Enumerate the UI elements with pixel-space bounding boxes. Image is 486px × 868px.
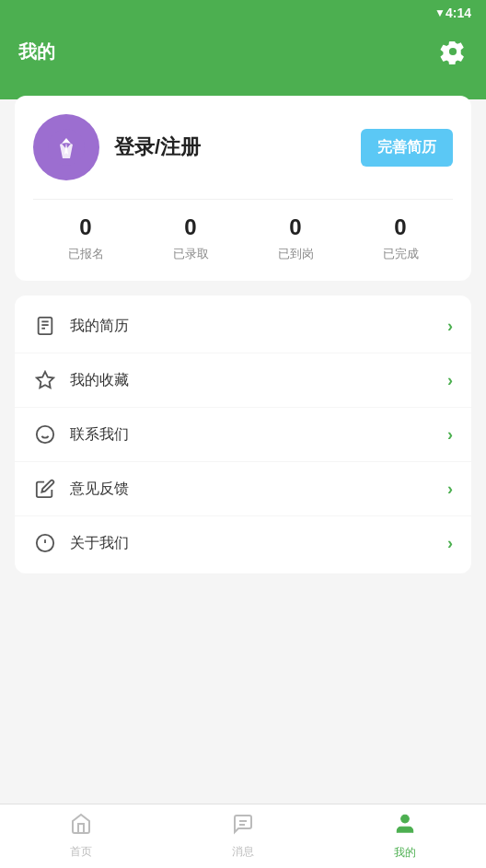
chevron-right-icon: ›	[447, 480, 453, 499]
stat-item: 0 已到岗	[278, 214, 314, 262]
nav-icon	[70, 813, 92, 840]
menu-item[interactable]: 我的收藏 ›	[15, 353, 471, 408]
avatar[interactable]	[33, 114, 99, 180]
avatar-icon	[48, 129, 85, 166]
stat-item: 0 已报名	[68, 214, 104, 262]
stat-item: 0 已完成	[383, 214, 419, 262]
stat-item: 0 已录取	[173, 214, 209, 262]
nav-item-我的[interactable]: 我的	[324, 804, 486, 868]
menu-item-label: 关于我们	[70, 534, 434, 553]
gear-icon	[440, 39, 466, 64]
menu-item-icon	[33, 314, 57, 338]
wifi-icon: ▼	[434, 6, 446, 19]
stat-label: 已完成	[383, 246, 419, 262]
menu-item-label: 我的收藏	[70, 371, 434, 390]
menu-item-icon	[33, 531, 57, 555]
stats-row: 0 已报名 0 已录取 0 已到岗 0 已完成	[33, 199, 453, 262]
status-bar: ▼ 4:14	[0, 0, 486, 26]
nav-icon	[232, 813, 254, 840]
nav-item-首页[interactable]: 首页	[0, 805, 162, 867]
stat-label: 已到岗	[278, 246, 314, 262]
chevron-right-icon: ›	[447, 371, 453, 390]
chevron-right-icon: ›	[447, 534, 453, 553]
page-title: 我的	[18, 40, 55, 64]
nav-icon	[393, 812, 417, 841]
profile-card: 登录/注册 完善简历 0 已报名 0 已录取 0 已到岗 0 已完成	[15, 96, 471, 281]
settings-button[interactable]	[438, 37, 468, 66]
menu-item-icon	[33, 477, 57, 501]
nav-label: 首页	[70, 844, 92, 860]
stat-label: 已报名	[68, 246, 104, 262]
chevron-right-icon: ›	[447, 317, 453, 336]
menu-item-label: 意见反馈	[70, 480, 434, 499]
svg-point-6	[37, 426, 53, 443]
svg-marker-5	[37, 372, 53, 388]
stat-number: 0	[184, 214, 196, 240]
stat-number: 0	[394, 214, 406, 240]
nav-item-消息[interactable]: 消息	[162, 805, 324, 867]
menu-item-label: 联系我们	[70, 425, 434, 445]
status-time: 4:14	[446, 6, 471, 20]
menu-item[interactable]: 我的简历 ›	[15, 299, 471, 353]
menu-item[interactable]: 关于我们 ›	[15, 516, 471, 570]
menu-item-label: 我的简历	[70, 317, 434, 336]
nav-label: 我的	[394, 845, 416, 861]
header: 我的	[0, 26, 486, 81]
stat-label: 已录取	[173, 246, 209, 262]
login-text: 登录/注册	[114, 133, 346, 161]
menu-item-icon	[33, 422, 57, 446]
stat-number: 0	[289, 214, 301, 240]
menu-item[interactable]: 意见反馈 ›	[15, 462, 471, 516]
complete-profile-button[interactable]: 完善简历	[361, 129, 453, 167]
menu-card: 我的简历 › 我的收藏 › 联系我们 › 意见反馈 › 关于我们 ›	[15, 295, 471, 573]
chevron-right-icon: ›	[447, 425, 453, 445]
svg-point-14	[401, 815, 410, 823]
stat-number: 0	[79, 214, 91, 240]
menu-item[interactable]: 联系我们 ›	[15, 408, 471, 462]
bottom-nav: 首页 消息 我的	[0, 804, 486, 868]
nav-label: 消息	[232, 844, 254, 860]
menu-item-icon	[33, 368, 57, 392]
